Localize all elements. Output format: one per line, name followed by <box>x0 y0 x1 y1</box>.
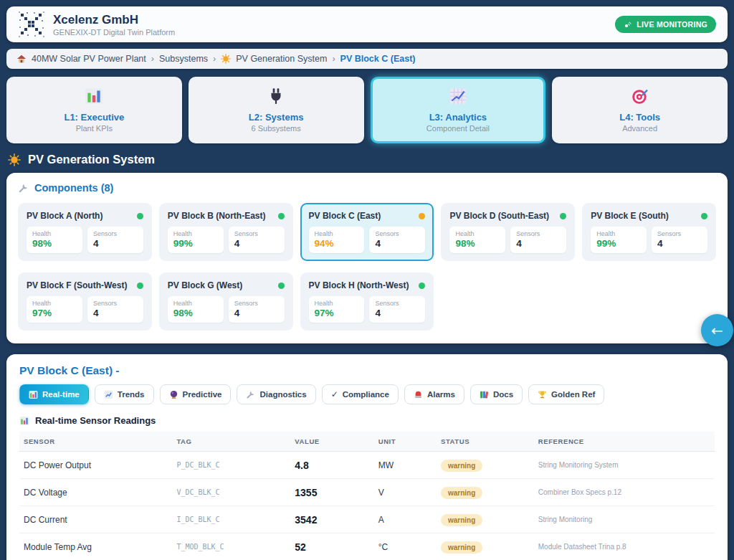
health-stat: Health97% <box>27 296 82 323</box>
sun-icon <box>221 54 231 64</box>
tab-alarms[interactable]: Alarms <box>404 384 464 404</box>
sensor-status-cell: warning <box>437 452 534 479</box>
tab-l4-tools[interactable]: L4: Tools Advanced <box>552 77 728 143</box>
health-value: 94% <box>315 238 359 249</box>
sensor-value: 4.8 <box>290 452 373 479</box>
tab-predictive[interactable]: Predictive <box>160 384 232 404</box>
sensor-status-cell: warning <box>437 479 534 506</box>
status-dot-green <box>560 213 566 219</box>
tab-label: L1: Executive <box>9 112 180 123</box>
health-value: 98% <box>173 308 218 318</box>
component-card-pv-block-e[interactable]: PV Block E (South) Health99% Sensors4 <box>582 203 716 261</box>
health-label: Health <box>173 300 218 307</box>
component-card-pv-block-d[interactable]: PV Block D (South-East) Health98% Sensor… <box>441 203 575 261</box>
tab-diagnostics[interactable]: Diagnostics <box>237 384 315 404</box>
tab-trends[interactable]: Trends <box>95 384 154 404</box>
component-card-pv-block-h[interactable]: PV Block H (North-West) Health97% Sensor… <box>300 272 434 331</box>
status-badge: warning <box>441 460 482 472</box>
health-value: 97% <box>32 308 77 318</box>
component-name: PV Block C (East) <box>309 211 381 221</box>
table-header-row: SENSOR TAG VALUE UNIT STATUS REFERENCE <box>19 432 715 452</box>
breadcrumb-separator: › <box>151 54 154 64</box>
sensors-stat: Sensors4 <box>229 296 285 323</box>
back-button[interactable]: ← <box>701 314 733 346</box>
breadcrumb-item-subsystems[interactable]: Subsystems <box>159 54 208 64</box>
sensor-tag: T_MOD_BLK_C <box>172 533 290 560</box>
status-badge: warning <box>441 487 482 499</box>
component-card-pv-block-b[interactable]: PV Block B (North-East) Health99% Sensor… <box>159 203 293 261</box>
sensors-stat: Sensors4 <box>87 296 143 323</box>
company-name: Xcelenz GmbH <box>53 13 175 27</box>
sensors-value: 4 <box>93 238 138 249</box>
component-card-pv-block-a[interactable]: PV Block A (North) Health98% Sensors4 <box>18 203 152 261</box>
tab-l1-executive[interactable]: L1: Executive Plant KPIs <box>6 77 182 143</box>
sensors-stat: Sensors4 <box>229 227 285 253</box>
tab-compliance[interactable]: ✓ Compliance <box>322 384 399 404</box>
component-card-pv-block-g[interactable]: PV Block G (West) Health98% Sensors4 <box>159 272 293 331</box>
plug-icon <box>267 87 285 105</box>
app-root: Xcelenz GmbH GENEXIX-DT Digital Twin Pla… <box>0 0 734 560</box>
sensors-stat: Sensors4 <box>87 227 143 253</box>
bar-chart-icon <box>85 87 103 105</box>
chart-increasing-icon <box>449 87 467 105</box>
health-value: 97% <box>315 308 359 318</box>
health-label: Health <box>32 230 77 237</box>
sensor-unit: MW <box>374 452 437 479</box>
component-card-pv-block-f[interactable]: PV Block F (South-West) Health97% Sensor… <box>18 272 152 331</box>
components-panel: Components (8) PV Block A (North) Health… <box>6 173 728 343</box>
sensor-reference: Module Datasheet Trina p.8 <box>534 533 715 560</box>
component-name: PV Block H (North-West) <box>309 280 409 290</box>
tab-golden-ref[interactable]: Golden Ref <box>528 384 604 404</box>
health-label: Health <box>173 230 218 237</box>
health-value: 98% <box>32 238 77 249</box>
column-header-sensor: SENSOR <box>19 432 172 452</box>
wrench-icon <box>246 390 255 399</box>
column-header-reference: REFERENCE <box>534 432 715 452</box>
column-header-status: STATUS <box>437 432 534 452</box>
sensors-label: Sensors <box>516 230 561 237</box>
sensors-label: Sensors <box>93 230 138 237</box>
chart-increasing-icon <box>104 390 113 399</box>
sensor-reference: String Monitoring <box>534 506 715 533</box>
breadcrumb: 40MW Solar PV Power Plant › Subsystems ›… <box>6 49 728 69</box>
brand: Xcelenz GmbH GENEXIX-DT Digital Twin Pla… <box>18 11 175 38</box>
status-dot-orange <box>419 213 425 219</box>
sensors-stat: Sensors4 <box>369 227 425 253</box>
sensors-value: 4 <box>375 238 419 249</box>
component-name: PV Block F (South-West) <box>27 280 127 290</box>
detail-panel: PV Block C (East) - Real-time Trends <box>6 354 728 560</box>
tab-l2-systems[interactable]: L2: Systems 6 Subsystems <box>189 77 364 143</box>
tab-real-time[interactable]: Real-time <box>19 384 89 404</box>
column-header-unit: UNIT <box>374 432 437 452</box>
tab-docs[interactable]: Docs <box>470 384 523 404</box>
breadcrumb-item-pv-generation[interactable]: PV Generation System <box>236 54 327 64</box>
component-name: PV Block E (South) <box>591 211 669 221</box>
sensor-reference: String Monitoring System <box>534 452 715 479</box>
tab-label: L3: Analytics <box>373 112 544 123</box>
health-label: Health <box>315 230 359 237</box>
live-monitoring-badge: LIVE MONITORING <box>615 16 716 33</box>
status-dot-green <box>278 213 285 219</box>
tab-sublabel: Advanced <box>554 124 725 133</box>
column-header-tag: TAG <box>172 432 290 452</box>
status-badge: warning <box>441 541 482 554</box>
company-logo-icon <box>18 11 45 38</box>
table-row: DC Voltage V_DC_BLK_C 1355 V warning Com… <box>19 479 715 506</box>
tab-label: Trends <box>118 390 145 399</box>
sensor-tag: I_DC_BLK_C <box>172 506 290 533</box>
breadcrumb-item-plant[interactable]: 40MW Solar PV Power Plant <box>32 54 146 64</box>
status-dot-green <box>419 283 425 289</box>
sensor-status-cell: warning <box>437 506 534 533</box>
health-stat: Health99% <box>591 227 647 253</box>
brand-text: Xcelenz GmbH GENEXIX-DT Digital Twin Pla… <box>53 13 175 37</box>
sensors-label: Sensors <box>234 300 279 307</box>
health-label: Health <box>315 300 359 307</box>
section-title: PV Generation System <box>28 153 155 166</box>
status-dot-green <box>137 213 143 219</box>
sensor-name: DC Power Output <box>19 452 172 479</box>
health-value: 99% <box>596 238 641 249</box>
table-row: DC Power Output P_DC_BLK_C 4.8 MW warnin… <box>19 452 715 479</box>
sensor-name: DC Current <box>19 506 172 533</box>
tab-l3-analytics[interactable]: L3: Analytics Component Detail <box>371 77 546 143</box>
component-card-pv-block-c[interactable]: PV Block C (East) Health94% Sensors4 <box>300 203 434 261</box>
